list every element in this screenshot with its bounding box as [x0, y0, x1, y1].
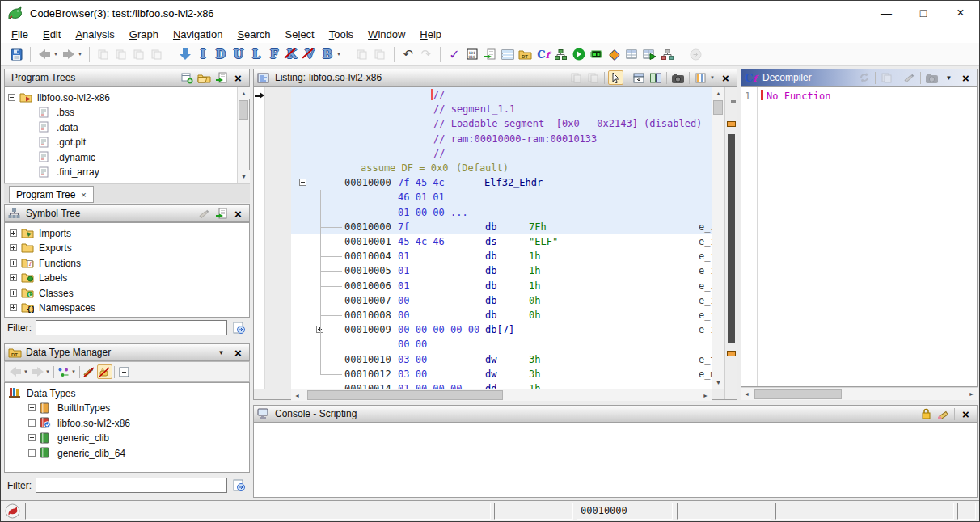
listing-display-button-caret[interactable]: ▼: [710, 75, 715, 80]
listing-field[interactable]: e_m: [699, 368, 712, 380]
tree-item-exports[interactable]: Exports: [8, 241, 247, 256]
listing-field[interactable]: e_i: [699, 250, 712, 262]
listing-opnd[interactable]: 0h: [529, 309, 540, 321]
listing-line[interactable]: 0001000145 4c 46ds"ELF"e_i: [291, 234, 712, 249]
listing-mnem[interactable]: db: [485, 265, 496, 276]
listing-line[interactable]: // Loadable segment [0x0 - 0x2143] (disa…: [291, 116, 712, 131]
tree-item-builtintypes[interactable]: BuiltInTypes: [7, 401, 247, 416]
run-script-button[interactable]: [571, 46, 587, 63]
listing-bytes[interactable]: 01 00 00 00: [398, 383, 462, 389]
scroll-down-icon[interactable]: ▼: [238, 170, 250, 183]
listing-overview-margin[interactable]: [724, 87, 737, 399]
listing-bytes[interactable]: 01: [398, 265, 409, 276]
menu-edit[interactable]: Edit: [36, 27, 68, 42]
listing-line[interactable]: 00 00: [291, 337, 712, 352]
listing-bytes[interactable]: 01 00 00 ...: [398, 207, 468, 218]
symbol-tree-body[interactable]: ImportsExportsfFunctionsLabelsCClasses{}…: [4, 222, 250, 318]
expander-icon[interactable]: [28, 404, 36, 411]
listing-opnd[interactable]: 1h: [529, 250, 540, 262]
listing-opnd[interactable]: 3h: [529, 368, 540, 380]
listing-bytes[interactable]: 7f 45 4c: [398, 177, 445, 188]
listing-line[interactable]: 0001000700db0he_i: [291, 293, 712, 308]
symbol-tree-filter-input[interactable]: [36, 320, 227, 335]
collapse-all-button[interactable]: [116, 364, 132, 379]
symbol-references-button[interactable]: [660, 46, 676, 63]
menu-help[interactable]: Help: [412, 27, 449, 42]
listing-addr[interactable]: 00010000: [344, 177, 391, 188]
scroll-right-icon[interactable]: ►: [699, 389, 712, 401]
listing-opnd[interactable]: 0h: [529, 295, 540, 306]
listing-field[interactable]: e_i: [699, 265, 712, 276]
letter-v-clear-button[interactable]: V: [302, 46, 318, 63]
close-panel-button[interactable]: ×: [230, 345, 246, 360]
tree-item--got-plt[interactable]: .got.plt: [6, 135, 235, 150]
listing-line[interactable]: //: [291, 87, 712, 102]
expander-icon[interactable]: [10, 229, 17, 237]
expander-icon[interactable]: [8, 94, 15, 101]
scroll-right-icon[interactable]: ►: [965, 388, 978, 400]
listing-bytes[interactable]: 01: [398, 280, 409, 292]
dtm-filter-input[interactable]: [36, 478, 227, 493]
listing-mnem[interactable]: ds: [485, 236, 496, 247]
forward-button-caret[interactable]: ▼: [78, 52, 82, 57]
listing-opnd[interactable]: 3h: [529, 354, 540, 365]
listing-display-button[interactable]: [693, 70, 708, 85]
expander-icon[interactable]: [10, 289, 17, 297]
listing-bytes[interactable]: 45 4c 46: [398, 236, 445, 247]
listing-addr[interactable]: 00010004: [344, 250, 391, 262]
letter-i-button[interactable]: I: [195, 46, 211, 63]
listing-opnd[interactable]: 1h: [529, 383, 540, 389]
conflict-handler-button[interactable]: [56, 364, 71, 379]
listing-bytes[interactable]: 7f: [398, 221, 409, 233]
listing-bytes[interactable]: 00 00 00 00 00: [398, 324, 479, 335]
close-panel-button[interactable]: ×: [230, 206, 246, 221]
scrollbar-thumb[interactable]: [307, 390, 503, 400]
tree-item-namespaces[interactable]: {}Namespaces: [8, 301, 247, 316]
tree-item-functions[interactable]: fFunctions: [8, 255, 247, 271]
listing-addr[interactable]: 00010014: [344, 383, 391, 389]
listing-bytes[interactable]: 00 00: [398, 339, 427, 350]
scroll-up-icon[interactable]: ▲: [238, 87, 250, 99]
conflict-handler-button-caret[interactable]: ▼: [71, 369, 76, 374]
close-button[interactable]: ×: [942, 1, 979, 25]
listing-assume[interactable]: (Default): [456, 162, 509, 174]
listing-mnem[interactable]: dw: [485, 354, 496, 365]
decompiler-horizontal-scrollbar[interactable]: ◄ ►: [741, 387, 978, 400]
scroll-up-icon[interactable]: ▲: [712, 87, 724, 99]
disable-pointer-button[interactable]: [97, 364, 112, 379]
scrollbar-thumb[interactable]: [239, 100, 248, 120]
listing-line[interactable]: //: [291, 146, 712, 161]
tree-item--data[interactable]: .data: [6, 120, 235, 135]
clear-console-button[interactable]: [936, 406, 951, 421]
listing-bytes[interactable]: 01: [398, 250, 409, 262]
auto-analysis-button[interactable]: ✓: [446, 46, 463, 63]
listing-mnem[interactable]: db: [485, 295, 496, 306]
listing-expander-icon[interactable]: [299, 179, 306, 186]
listing-addr[interactable]: 00010006: [344, 280, 391, 292]
letter-k-clear-button[interactable]: K: [284, 46, 300, 63]
listing-comment[interactable]: //: [433, 148, 445, 159]
close-panel-button[interactable]: ×: [230, 70, 246, 85]
expander-icon[interactable]: [10, 304, 17, 311]
tree-item--dynamic[interactable]: .dynamic: [6, 149, 235, 165]
close-panel-button[interactable]: ×: [958, 406, 974, 421]
listing-field[interactable]: e_i: [699, 295, 712, 306]
scroll-down-icon[interactable]: ▼: [712, 377, 724, 389]
listing-line[interactable]: 0001001203 00dw3he_m: [291, 367, 712, 381]
letter-f-button[interactable]: F: [266, 46, 282, 63]
data-table-button[interactable]: [624, 46, 640, 63]
maximize-button[interactable]: □: [905, 1, 942, 25]
script-manager-button[interactable]: [482, 46, 498, 63]
listing-line[interactable]: 46 01 01: [291, 190, 712, 204]
listing-addr[interactable]: 00010005: [344, 265, 391, 276]
listing-vertical-scrollbar[interactable]: ▲ ▼: [712, 87, 724, 389]
menu-navigation[interactable]: Navigation: [166, 27, 230, 42]
listing-addr[interactable]: 00010010: [344, 354, 391, 365]
listing-line[interactable]: 01 00 00 ...: [291, 205, 712, 220]
listing-opnd[interactable]: "ELF": [529, 236, 558, 247]
listing-line[interactable]: // segment_1.1: [291, 102, 712, 116]
listing-line[interactable]: 0001000401db1he_i: [291, 249, 712, 263]
listing-addr[interactable]: 00010001: [344, 236, 391, 247]
listing-field[interactable]: e_t: [699, 354, 712, 365]
listing-content[interactable]: //// segment_1.1// Loadable segment [0x0…: [291, 87, 712, 389]
